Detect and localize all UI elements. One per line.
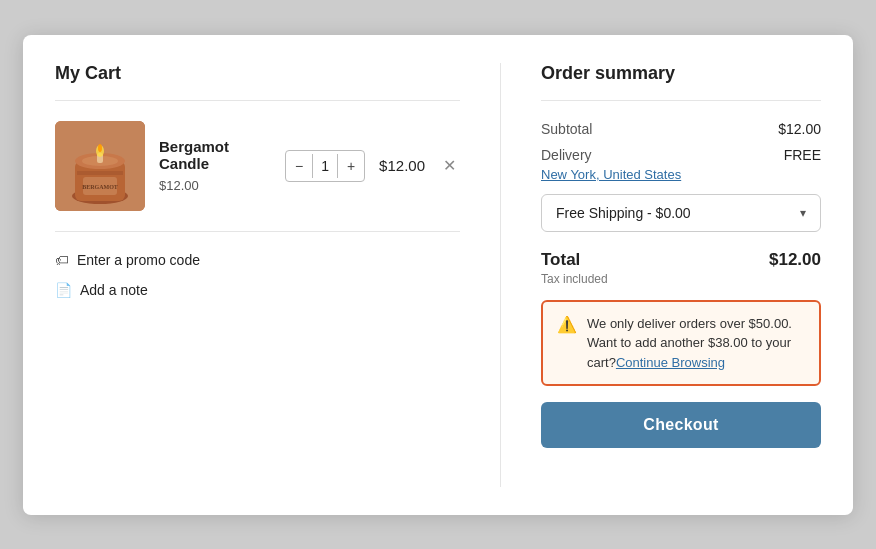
tax-note: Tax included — [541, 272, 821, 286]
total-row: Total $12.00 — [541, 250, 821, 270]
order-summary-title: Order summary — [541, 63, 821, 84]
promo-code-button[interactable]: 🏷 Enter a promo code — [55, 252, 460, 268]
tag-icon: 🏷 — [55, 252, 69, 268]
item-info: Bergamot Candle $12.00 — [159, 138, 271, 193]
note-icon: 📄 — [55, 282, 72, 298]
delivery-label: Delivery — [541, 147, 592, 163]
cart-title: My Cart — [55, 63, 460, 84]
subtotal-label: Subtotal — [541, 121, 592, 137]
quantity-decrease-button[interactable]: − — [286, 151, 312, 181]
promo-label: Enter a promo code — [77, 252, 200, 268]
total-label: Total — [541, 250, 580, 270]
delivery-value: FREE — [784, 147, 821, 163]
item-price-sub: $12.00 — [159, 178, 271, 193]
note-label: Add a note — [80, 282, 148, 298]
cart-modal: My Cart BERGAMOT Berga — [23, 35, 853, 515]
total-value: $12.00 — [769, 250, 821, 270]
checkout-button[interactable]: Checkout — [541, 402, 821, 448]
add-note-button[interactable]: 📄 Add a note — [55, 282, 460, 298]
remove-item-button[interactable]: ✕ — [439, 152, 460, 179]
shipping-option-label: Free Shipping - $0.00 — [556, 205, 691, 221]
delivery-row: Delivery FREE — [541, 147, 821, 163]
cart-panel: My Cart BERGAMOT Berga — [55, 63, 501, 487]
cart-item: BERGAMOT Bergamot Candle $12.00 − 1 + $1… — [55, 121, 460, 232]
order-summary-panel: Order summary Subtotal $12.00 Delivery F… — [541, 63, 821, 487]
product-image: BERGAMOT — [55, 121, 145, 211]
delivery-location-link[interactable]: New York, United States — [541, 167, 821, 182]
svg-point-8 — [98, 144, 102, 152]
warning-icon: ⚠️ — [557, 315, 577, 334]
item-price: $12.00 — [379, 157, 425, 174]
chevron-down-icon: ▾ — [800, 206, 806, 220]
item-name: Bergamot Candle — [159, 138, 271, 172]
continue-browsing-link[interactable]: Continue Browsing — [616, 355, 725, 370]
quantity-control: − 1 + — [285, 150, 365, 182]
subtotal-row: Subtotal $12.00 — [541, 121, 821, 137]
subtotal-value: $12.00 — [778, 121, 821, 137]
quantity-increase-button[interactable]: + — [338, 151, 364, 181]
warning-box: ⚠️ We only deliver orders over $50.00. W… — [541, 300, 821, 387]
svg-rect-4 — [77, 171, 123, 175]
warning-text: We only deliver orders over $50.00. Want… — [587, 314, 805, 373]
shipping-dropdown[interactable]: Free Shipping - $0.00 ▾ — [541, 194, 821, 232]
svg-text:BERGAMOT: BERGAMOT — [82, 184, 118, 190]
quantity-value: 1 — [312, 154, 338, 178]
